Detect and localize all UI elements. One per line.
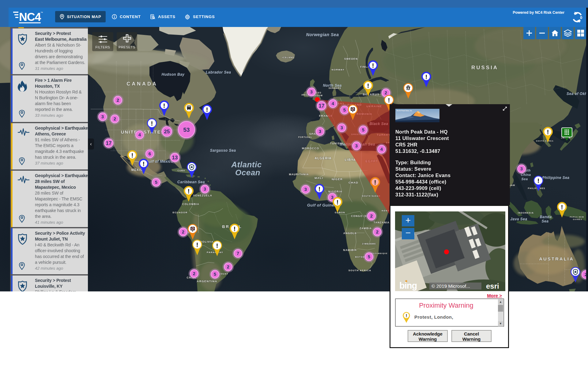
svg-text:!: !	[374, 179, 376, 186]
svg-text:NC4: NC4	[19, 11, 41, 23]
svg-text:Gulf of Guinea: Gulf of Guinea	[307, 203, 337, 207]
svg-text:Sea of Okhot: Sea of Okhot	[567, 92, 588, 96]
svg-text:!: !	[196, 241, 198, 248]
svg-text:ECUADOR: ECUADOR	[173, 211, 188, 214]
svg-text:!: !	[372, 62, 374, 69]
svg-text:0: 0	[580, 15, 582, 20]
svg-text:SOUTH KOREA: SOUTH KOREA	[536, 140, 554, 142]
svg-text:PHILIPPINES: PHILIPPINES	[528, 187, 545, 189]
svg-text:3: 3	[520, 166, 523, 171]
svg-text:!: !	[163, 102, 165, 109]
svg-text:4: 4	[138, 132, 141, 137]
svg-text:3: 3	[101, 114, 104, 119]
svg-text:ALGERIA: ALGERIA	[315, 156, 332, 160]
svg-text:Philippine Sea: Philippine Sea	[542, 176, 569, 180]
svg-text:Sargasso Sea: Sargasso Sea	[210, 148, 236, 153]
svg-text:!: !	[143, 160, 145, 167]
svg-text:3: 3	[319, 129, 321, 134]
svg-text:MOROCCO: MOROCCO	[302, 147, 319, 150]
svg-text:!: !	[206, 106, 208, 113]
svg-text:3: 3	[331, 195, 334, 200]
svg-text:4: 4	[332, 101, 334, 106]
svg-text:2: 2	[114, 116, 116, 121]
svg-text:esri: esri	[486, 282, 499, 290]
svg-text:PORTUGAL: PORTUGAL	[298, 136, 312, 138]
svg-text:GABON: GABON	[335, 211, 345, 214]
svg-text:DENMARK: DENMARK	[329, 87, 341, 89]
svg-text:BOLIVIA: BOLIVIA	[200, 240, 214, 243]
svg-text:53: 53	[183, 127, 190, 133]
svg-text:!: !	[547, 128, 549, 135]
svg-text:MAURITANIA: MAURITANIA	[289, 173, 309, 176]
svg-text:VENEZUELA: VENEZUELA	[193, 194, 212, 197]
svg-text:NIGER: NIGER	[332, 177, 343, 181]
svg-text:!: !	[131, 152, 134, 159]
svg-text:!: !	[188, 188, 190, 195]
svg-text:6: 6	[149, 151, 151, 156]
svg-text:PAPUA NEW: PAPUA NEW	[570, 216, 584, 218]
svg-text:3: 3	[204, 186, 206, 192]
svg-text:Sea: Sea	[521, 177, 528, 181]
svg-text:ICELAND: ICELAND	[282, 56, 294, 59]
svg-text:!: !	[318, 185, 321, 192]
svg-text:!: !	[234, 225, 236, 232]
svg-text:PARAGUAY: PARAGUAY	[207, 251, 223, 254]
svg-text:2: 2	[385, 90, 387, 95]
svg-text:!: !	[216, 242, 218, 249]
svg-text:AUSTRALIA: AUSTRALIA	[539, 256, 574, 261]
svg-text:5: 5	[214, 271, 216, 277]
svg-text:2: 2	[117, 97, 119, 103]
svg-text:2: 2	[370, 213, 373, 218]
svg-text:!: !	[406, 313, 407, 318]
svg-text:Ocean: Ocean	[235, 168, 260, 177]
svg-text:COLOMBIA: COLOMBIA	[182, 203, 199, 206]
svg-text:ARGENTINA: ARGENTINA	[197, 279, 217, 283]
svg-text:!: !	[151, 120, 153, 127]
svg-text:5: 5	[368, 254, 370, 259]
svg-text:Labrador Sea: Labrador Sea	[206, 70, 231, 74]
svg-text:MALI: MALI	[315, 176, 323, 180]
svg-text:!: !	[561, 203, 563, 211]
svg-text:Norwegian Sea: Norwegian Sea	[306, 32, 339, 37]
svg-text:NAMIBIA: NAMIBIA	[343, 249, 357, 252]
svg-text:GUINEA: GUINEA	[573, 218, 582, 220]
svg-text:bing: bing	[399, 281, 417, 290]
svg-text:INDONESIA: INDONESIA	[518, 211, 534, 214]
svg-text:7: 7	[237, 251, 239, 256]
svg-text:Sea: Sea	[542, 219, 549, 223]
svg-text:RUSSIA: RUSSIA	[471, 65, 498, 70]
svg-text:2: 2	[193, 271, 195, 276]
svg-text:SWEDEN: SWEDEN	[344, 57, 358, 60]
svg-text:3: 3	[355, 143, 358, 148]
svg-text:5: 5	[343, 107, 346, 112]
svg-text:3: 3	[304, 187, 307, 192]
svg-text:13: 13	[172, 155, 178, 161]
svg-text:Banda: Banda	[540, 215, 552, 219]
svg-text:2: 2	[182, 229, 184, 234]
svg-text:3: 3	[310, 89, 313, 94]
svg-text:25: 25	[164, 129, 170, 135]
svg-text:™: ™	[40, 11, 43, 14]
svg-text:NORWAY: NORWAY	[332, 68, 345, 71]
svg-text:TUNISIA: TUNISIA	[330, 142, 343, 145]
svg-text:Java Sea: Java Sea	[510, 217, 527, 221]
svg-text:North Peak Data, Inc: North Peak Data, Inc	[397, 110, 412, 112]
svg-text:!: !	[337, 199, 339, 206]
svg-text:2: 2	[227, 264, 229, 269]
svg-text:ZIMBABWE: ZIMBABWE	[362, 243, 376, 245]
svg-text:CUBA: CUBA	[177, 169, 185, 172]
svg-text:BELARUS: BELARUS	[363, 93, 379, 96]
svg-text:!: !	[367, 82, 369, 89]
svg-text:4: 4	[380, 146, 383, 152]
svg-text:Hudson Bay: Hudson Bay	[161, 72, 185, 77]
svg-text:17: 17	[319, 103, 325, 109]
svg-text:3: 3	[341, 125, 343, 130]
svg-text:Caribbean Sea: Caribbean Sea	[177, 180, 205, 184]
svg-text:CHAD: CHAD	[349, 181, 358, 184]
svg-text:© 2019 Microsof...: © 2019 Microsof...	[432, 283, 470, 289]
svg-text:!: !	[537, 177, 540, 184]
svg-text:ZAMBIA: ZAMBIA	[360, 227, 372, 230]
svg-text:17: 17	[106, 140, 112, 146]
svg-text:CANADA: CANADA	[126, 81, 158, 86]
svg-text:TANZANIA: TANZANIA	[374, 221, 390, 224]
